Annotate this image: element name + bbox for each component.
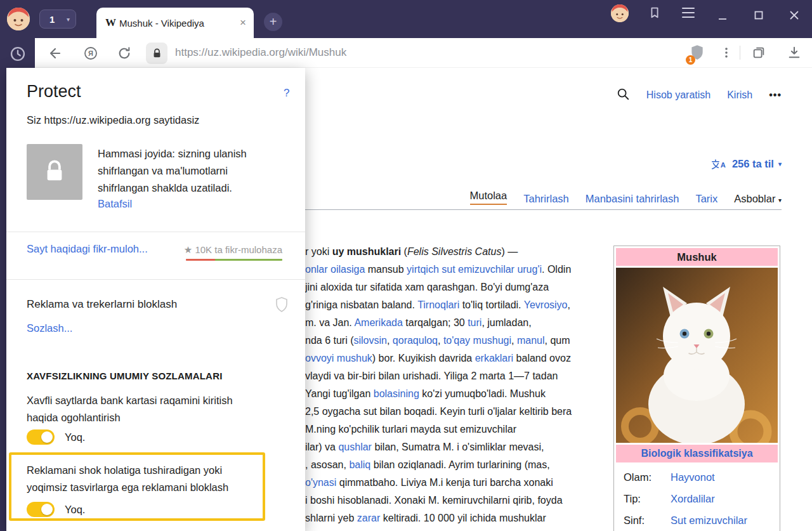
tab-close-icon[interactable]: × [240, 16, 246, 29]
active-tab[interactable]: W Mushuk - Vikipediya × [96, 8, 254, 38]
article-text: r yoki uy mushuklari (Felis Silvestris C… [305, 243, 613, 531]
shock-ads-toggle[interactable] [27, 502, 55, 517]
article-text-segment: to'liq tortiladi. [459, 299, 523, 310]
wiki-link[interactable]: yirtqich [407, 264, 439, 275]
wiki-link[interactable]: sut emizuvchilar [442, 264, 514, 275]
more-options-icon[interactable]: ••• [769, 89, 782, 101]
tab-tarix[interactable]: Tarix [695, 193, 717, 205]
address-toolbar: Я https://uz.wikipedia.org/wiki/Mushuk 1 [35, 38, 812, 68]
adblock-configure-link[interactable]: Sozlash... [27, 322, 72, 334]
infobox-classification-link[interactable]: Biologik klassifikatsiya [616, 445, 778, 462]
shield-outline-icon [274, 296, 289, 313]
kitten-photo [616, 268, 778, 443]
tab-tahrirlash[interactable]: Tahrirlash [523, 193, 569, 205]
kebab-icon [720, 46, 733, 59]
site-feedback-link[interactable]: Sayt haqidagi fikr-muloh... [27, 243, 148, 255]
wiki-link[interactable]: ovvoyi mushuk [305, 353, 372, 364]
wiki-link[interactable]: bolasining [374, 388, 419, 399]
tab-counter[interactable]: 1 ▾ [39, 10, 76, 29]
infobox-row-value[interactable]: Xordalilar [671, 493, 715, 505]
article-text-segment: ) — [501, 246, 518, 257]
article-text-segment: baland ovoz [513, 353, 571, 364]
new-tab-button[interactable]: + [264, 13, 282, 31]
white-kitten-image [616, 268, 778, 443]
wiki-link[interactable]: zarar [357, 513, 380, 523]
toolbar-more-button[interactable] [720, 46, 733, 62]
login-link[interactable]: Kirish [727, 89, 752, 101]
browser-window: 1 ▾ W Mushuk - Vikipediya × + [0, 0, 812, 531]
maximize-button[interactable] [752, 8, 766, 25]
article-text-segment: , [438, 335, 443, 346]
address-bar[interactable]: https://uz.wikipedia.org/wiki/Mushuk [175, 46, 346, 59]
article-line: r yoki uy mushuklari (Felis Silvestris C… [305, 243, 613, 261]
rating-bar [186, 259, 282, 261]
avatar-face-icon [611, 4, 629, 22]
wiki-link[interactable]: Amerikada [354, 317, 402, 328]
tab-mutolaa[interactable]: Mutolaa [470, 190, 508, 205]
wiki-link[interactable]: to'qay mushugi [443, 335, 511, 346]
article-text-segment: , jumladan, [481, 317, 531, 328]
wikipedia-favicon: W [105, 16, 119, 29]
shock-ads-setting-label: Reklamani shok holatiga tushiradigan yok… [27, 462, 263, 496]
wiki-link[interactable]: baliq [349, 459, 370, 470]
wiki-link[interactable]: manul [517, 335, 545, 346]
wiki-link[interactable]: qoraquloq [393, 335, 438, 346]
article-text-segment: ko'zi yumuqbo'ladi. Mushuk [419, 388, 546, 399]
article-text-segment: nda 6 turi ( [305, 335, 353, 346]
maximize-icon [752, 8, 766, 22]
panel-divider [6, 232, 305, 232]
article-line: m. va Jan. Amerikada tarqalgan; 30 turi,… [305, 314, 613, 332]
article-line: Yangi tug'ilgan bolasining ko'zi yumuqbo… [305, 385, 613, 403]
history-panel-button[interactable] [9, 45, 27, 65]
hamburger-icon [681, 7, 695, 18]
create-account-link[interactable]: Hisob yaratish [646, 89, 710, 101]
language-count-label: 256 ta til [732, 158, 774, 170]
downloads-button[interactable] [787, 46, 801, 62]
article-line: shlarni yeb zarar keltiradi. 10 000 yil … [305, 509, 613, 527]
yandex-search-button[interactable]: Я [83, 46, 98, 63]
wiki-link[interactable]: o'ynasi [305, 477, 336, 488]
wiki-link[interactable]: turi [468, 317, 481, 328]
minimize-button[interactable] [716, 11, 730, 28]
wiki-link[interactable]: onlar oilasiga [305, 264, 365, 275]
tab-manbasini-tahrirlash[interactable]: Manbasini tahrirlash [586, 193, 679, 205]
refresh-button[interactable] [117, 46, 131, 63]
protect-extension-button[interactable]: 1 [689, 44, 705, 63]
article-text-segment: ilar) va [305, 442, 338, 452]
toggle-knob [41, 504, 53, 515]
site-rating[interactable]: ★ 10K ta fikr-mulohaza [184, 244, 282, 256]
article-text-segment: keltiradi. 10 000 yil ichida mushuklar [380, 513, 546, 523]
infobox-row: Olam:Hayvonot [616, 466, 778, 488]
wiki-link[interactable]: urug'i [517, 264, 542, 275]
wiki-link[interactable]: erkaklari [475, 353, 513, 364]
back-button[interactable] [48, 46, 63, 63]
language-icon: A [711, 159, 728, 170]
wiki-link[interactable]: Yevrosiyo [524, 299, 568, 310]
search-button[interactable] [616, 87, 630, 103]
profile-avatar[interactable] [7, 8, 30, 30]
details-link[interactable]: Batafsil [98, 198, 132, 210]
wiki-link[interactable]: Tirnoqlari [417, 299, 459, 310]
article-line: M.ning ko'pchilik turlari mayda sut emiz… [305, 421, 613, 438]
bookmarks-panel-button[interactable] [648, 6, 662, 22]
article-text-segment: jini aloxida tur sifatida xam qarashgan.… [305, 282, 549, 292]
close-window-button[interactable] [787, 8, 801, 25]
article-text-segment: uy mushuklari [332, 246, 401, 257]
tab-asboblar[interactable]: Asboblar ▾ [734, 193, 782, 205]
bank-warning-toggle-row: Yoq. [27, 429, 85, 445]
article-text-segment: , [567, 299, 570, 310]
bank-warning-toggle[interactable] [27, 429, 55, 445]
sync-avatar[interactable] [611, 4, 629, 22]
infobox-row: Sinf:Sut emizuvchilar [616, 509, 778, 531]
infobox-row-value[interactable]: Hayvonot [671, 471, 715, 483]
infobox-row-value[interactable]: Sut emizuvchilar [671, 515, 747, 527]
help-link[interactable]: ? [284, 87, 289, 100]
site-security-button[interactable] [146, 43, 167, 64]
wiki-link[interactable]: qushlar [338, 442, 371, 452]
tabs-collections-button[interactable] [752, 46, 766, 62]
browser-menu-button[interactable] [681, 7, 695, 21]
lock-icon [152, 48, 162, 59]
wiki-link[interactable]: silovsin [353, 335, 386, 346]
clock-icon [9, 45, 27, 63]
language-selector[interactable]: A 256 ta til ▾ [711, 158, 782, 170]
